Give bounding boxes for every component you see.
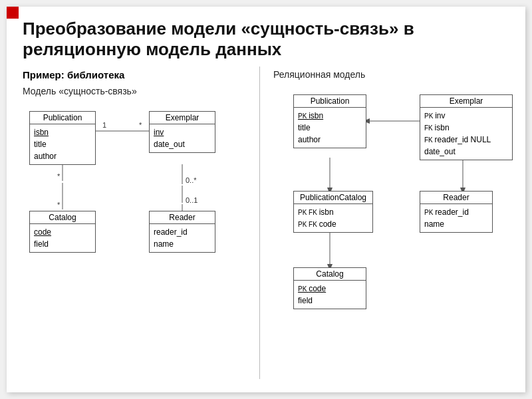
entity-pubcatalog-right-body: PK FK isbn PK FK code (294, 204, 372, 232)
content-area: Пример: библиотека Модель «сущность-связ… (23, 66, 509, 379)
field-inv-left: inv (154, 126, 211, 138)
entity-catalog-right: Catalog PK code field (293, 267, 366, 309)
entity-publication-left: Publication isbn title author (29, 111, 96, 165)
entity-reader-left-body: reader_id name (150, 224, 215, 252)
right-diagram: Publication PK isbn title author Exempla… (273, 88, 526, 314)
field-field-right: field (298, 295, 362, 307)
entity-publication-left-body: isbn title author (30, 124, 95, 164)
entity-catalog-left-header: Catalog (30, 211, 95, 224)
left-diagram: 1 * * * 0..* 0..1 (23, 104, 249, 317)
field-author-left: author (34, 150, 91, 162)
field-pk-readerid-right: PK reader_id (424, 206, 488, 218)
entity-reader-left-header: Reader (150, 211, 215, 224)
entity-publication-right-header: Publication (294, 95, 366, 108)
svg-text:1: 1 (102, 121, 106, 129)
field-name-left: name (154, 238, 211, 250)
svg-text:*: * (57, 172, 61, 180)
corner-decoration (7, 7, 19, 19)
entity-reader-left: Reader reader_id name (149, 211, 215, 253)
field-title-left: title (34, 138, 91, 150)
field-dateout-right: date_out (424, 146, 508, 158)
left-label: Модель «сущность-связь» (23, 86, 249, 96)
slide: Преобразование модели «сущность-связь» в… (7, 7, 525, 392)
field-pk-inv-right: PK inv (424, 110, 508, 122)
entity-exemplar-left-body: inv date_out (150, 124, 215, 152)
right-label: Реляционная модель (273, 69, 526, 80)
left-panel: Пример: библиотека Модель «сущность-связ… (23, 66, 260, 379)
field-pkfk-isbn-right: PK FK isbn (298, 206, 368, 218)
slide-title: Преобразование модели «сущность-связь» в… (23, 19, 509, 60)
entity-catalog-left: Catalog code field (29, 211, 96, 253)
svg-text:0..1: 0..1 (186, 196, 198, 204)
entity-catalog-right-body: PK code field (294, 281, 366, 309)
field-author-right: author (298, 134, 362, 146)
entity-publication-right-body: PK isbn title author (294, 108, 366, 148)
right-panel: Реляционная модель (260, 66, 526, 379)
entity-exemplar-left-header: Exemplar (150, 112, 215, 124)
entity-pubcatalog-right-header: PublicationCatalog (294, 192, 372, 204)
entity-catalog-right-header: Catalog (294, 268, 366, 281)
svg-text:*: * (57, 201, 61, 209)
entity-reader-right-header: Reader (420, 192, 492, 204)
svg-text:*: * (139, 121, 142, 129)
entity-reader-right-body: PK reader_id name (420, 204, 492, 232)
field-code-left: code (34, 226, 91, 238)
field-fk-isbn-right: FK isbn (424, 122, 508, 134)
field-name-right: name (424, 218, 488, 230)
field-dateout-left: date_out (154, 138, 211, 150)
entity-exemplar-left: Exemplar inv date_out (149, 111, 215, 153)
entity-catalog-left-body: code field (30, 224, 95, 252)
svg-text:0..*: 0..* (186, 176, 197, 184)
field-pk-isbn-right: PK isbn (298, 110, 362, 122)
field-pk-code-right: PK code (298, 283, 362, 295)
entity-reader-right: Reader PK reader_id name (420, 191, 493, 233)
field-pkfk-code-right: PK FK code (298, 218, 368, 230)
entity-pubcatalog-right: PublicationCatalog PK FK isbn PK FK code (293, 191, 373, 233)
field-title-right: title (298, 122, 362, 134)
field-fk-readerid-right: FK reader_id NULL (424, 134, 508, 146)
entity-publication-right: Publication PK isbn title author (293, 94, 366, 148)
entity-publication-left-header: Publication (30, 112, 95, 124)
field-readerid-left: reader_id (154, 226, 211, 238)
left-subtitle: Пример: библиотека (23, 69, 249, 80)
entity-exemplar-right-body: PK inv FK isbn FK reader_id NULL date_ou… (420, 108, 512, 160)
field-isbn-left: isbn (34, 126, 91, 138)
entity-exemplar-right: Exemplar PK inv FK isbn FK reader_id NUL… (420, 94, 513, 160)
field-field-left: field (34, 238, 91, 250)
entity-exemplar-right-header: Exemplar (420, 95, 512, 108)
